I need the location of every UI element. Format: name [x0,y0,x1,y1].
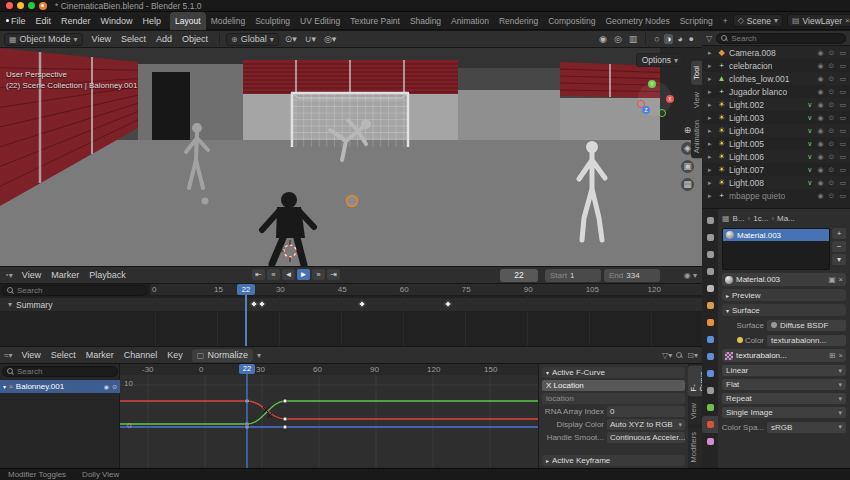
soccer-ball-selected[interactable] [347,196,358,207]
eye-toggle-icon[interactable]: ◉ [816,75,824,83]
lock-icon[interactable]: ⊙ [112,383,117,390]
current-frame-field[interactable]: 22 [500,269,538,282]
expand-caret-icon[interactable]: ▸ [708,192,714,200]
expand-caret-icon[interactable]: ▸ [708,88,714,96]
expand-caret-icon[interactable]: ▸ [708,49,714,57]
outliner-item[interactable]: ▸+celebracion◉⊙▭ [702,59,850,72]
breadcrumb-item[interactable]: B... [733,214,745,223]
shading-wireframe-icon[interactable]: ○ [652,34,661,44]
menu-help[interactable]: Help [138,16,167,26]
material-slot[interactable]: Material.003 [723,229,829,241]
handle-smoothing-dropdown[interactable]: Continuous Acceler... ▾ [607,432,685,443]
render-toggle-icon[interactable]: ▭ [838,101,847,109]
outliner-item[interactable]: ▸☀Light.007∨◉⊙▭ [702,163,850,176]
render-toggle-icon[interactable]: ▭ [838,75,847,83]
light-data-caret-icon[interactable]: ∨ [806,153,813,161]
zoom-button[interactable] [28,2,35,9]
channel-name-field[interactable]: X Location [542,380,685,391]
workspace-tab-layout[interactable]: Layout [170,12,206,30]
render-toggle-icon[interactable]: ▭ [838,62,847,70]
graph-tab-modifiers[interactable]: Modifiers [688,427,702,467]
outliner-item[interactable]: ▸+mbappe quieto◉⊙▭ [702,189,850,202]
selectable-toggle-icon[interactable]: ⊙ [828,101,836,109]
show-gizmos-icon[interactable]: ◉ [597,34,609,44]
timeline-menu-playback[interactable]: Playback [84,270,131,280]
fcurve-x-location[interactable] [120,401,538,419]
keyframe-points[interactable] [245,399,287,429]
jump-to-end-button[interactable]: ⇥ [327,269,340,280]
selectable-toggle-icon[interactable]: ⊙ [828,62,836,70]
expand-caret-icon[interactable]: ▸ [708,75,714,83]
workspace-tab--[interactable]: + [718,12,733,30]
expand-caret-icon[interactable]: ▸ [708,179,714,187]
graph-display-options-icon[interactable]: ⊡▾ [687,351,698,360]
menu-file[interactable]: File [6,16,31,26]
expand-caret-icon[interactable]: ▸ [708,101,714,109]
outliner-item[interactable]: ▸☀Light.004∨◉⊙▭ [702,124,850,137]
color-input-dropdown[interactable]: texturabalonn... [767,335,846,346]
filter-funnel-icon[interactable]: ▽▾ [662,351,672,360]
eye-toggle-icon[interactable]: ◉ [816,192,824,200]
graph-editor-icon[interactable]: ≈▾ [4,351,12,360]
selectable-toggle-icon[interactable]: ⊙ [828,114,836,122]
eye-toggle-icon[interactable]: ◉ [816,179,824,187]
properties-tab-tool[interactable] [702,212,718,229]
menu-render[interactable]: Render [56,16,96,26]
menu-window[interactable]: Window [96,16,138,26]
viewport-3d-area[interactable]: User Perspective (22) Scene Collection |… [0,48,702,266]
render-toggle-icon[interactable]: ▭ [838,127,847,135]
workspace-tab-shading[interactable]: Shading [405,12,446,30]
graph-curve-area[interactable]: -300306090120150 10 0 22 [120,364,538,468]
timeline-menu-view[interactable]: View [17,270,46,280]
close-button[interactable] [6,2,13,9]
summary-channel-row[interactable]: ▾ Summary [0,298,702,311]
menu-edit[interactable]: Edit [31,16,57,26]
options-button[interactable]: Options ▾ [636,53,684,67]
collapse-caret-icon[interactable]: ▾ [8,300,12,309]
graph-menu-marker[interactable]: Marker [81,350,119,360]
navigation-gizmo[interactable]: X Y Z [638,82,672,116]
outliner-item[interactable]: ▸☀Light.008∨◉⊙▭ [702,176,850,189]
eye-toggle-icon[interactable]: ◉ [816,101,824,109]
graph-search-input[interactable]: Search [2,366,118,377]
interpolation-dropdown[interactable]: Linear ▾ [722,365,846,376]
selectable-toggle-icon[interactable]: ⊙ [828,127,836,135]
transform-pivot-icon[interactable]: ⊙▾ [283,34,299,44]
properties-tab-output[interactable] [702,246,718,263]
properties-tab-view-layer[interactable] [702,263,718,280]
add-slot-button[interactable]: + [832,228,846,239]
timeline-search-input[interactable]: Search [2,285,147,296]
eye-toggle-icon[interactable]: ◉ [816,62,824,70]
light-data-caret-icon[interactable]: ∨ [806,140,813,148]
scene-selector[interactable]: ◇ Scene ▾ [733,14,783,27]
show-overlays-icon[interactable]: ◎ [612,34,624,44]
axis-x-neg-icon[interactable] [637,100,645,108]
viewport-menu-select[interactable]: Select [116,34,151,44]
expand-caret-icon[interactable]: ▸ [708,62,714,70]
light-data-caret-icon[interactable]: ∨ [806,101,813,109]
workspace-tab-scripting[interactable]: Scripting [675,12,718,30]
shading-solid-icon[interactable]: ◑ [664,34,673,44]
outliner-item[interactable]: ▸☀Light.002∨◉⊙▭ [702,98,850,111]
viewport-sidebar-tab-view[interactable]: View [691,87,702,113]
render-toggle-icon[interactable]: ▭ [838,140,847,148]
render-toggle-icon[interactable]: ▭ [838,179,847,187]
graph-menu-select[interactable]: Select [46,350,81,360]
mode-selector[interactable]: ▦ Object Mode ▾ [4,33,83,46]
next-keyframe-button[interactable]: » [312,269,325,280]
selectable-toggle-icon[interactable]: ⊙ [828,140,836,148]
workspace-tab-compositing[interactable]: Compositing [543,12,600,30]
toggle-xray-icon[interactable]: ▥ [627,34,640,44]
surface-panel-header[interactable]: ▾ Surface [722,304,846,316]
search-icon[interactable] [676,352,683,359]
selectable-toggle-icon[interactable]: ⊙ [828,166,836,174]
frame-end-field[interactable]: End 334 [604,269,660,282]
rna-index-field[interactable]: 0 [607,406,685,417]
active-fcurve-panel-header[interactable]: ▾ Active F-Curve [542,367,685,378]
fcurve-plot[interactable] [120,364,538,468]
outliner-item[interactable]: ▸+Jugador blanco◉⊙▭ [702,85,850,98]
fake-user-shield-icon[interactable]: ▣ [829,275,836,284]
jump-to-start-button[interactable]: ⇤ [252,269,265,280]
workspace-tab-rendering[interactable]: Rendering [494,12,543,30]
material-slot-list[interactable]: Material.003 [722,228,830,270]
